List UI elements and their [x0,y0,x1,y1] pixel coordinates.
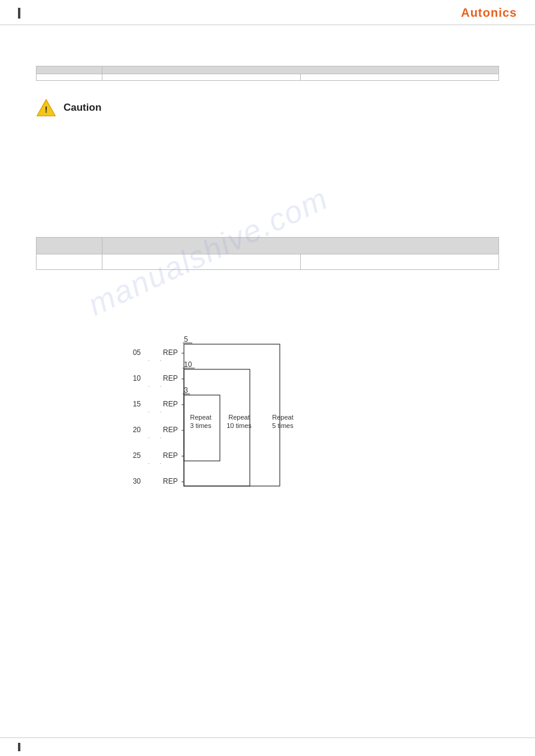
svg-text:10: 10 [184,360,192,369]
caution-title: Caution [64,102,101,114]
svg-text:·: · [160,435,161,441]
svg-text:·: · [148,409,149,415]
table2-row1-col1 [37,254,102,269]
caution-icon: ! [36,98,56,118]
svg-text:REP: REP [163,451,178,460]
svg-text:10 times: 10 times [226,422,252,429]
table2-col2-header [102,237,499,254]
svg-text:!: ! [44,105,47,115]
svg-text:20: 20 [132,426,141,434]
svg-text:·: · [160,409,161,415]
table2-row1-col2a [102,254,301,269]
svg-text:·: · [148,384,149,389]
page-footer [0,737,535,756]
table2-section [36,237,499,270]
brand-logo: Autonics [461,6,517,20]
caution-text1 [36,126,499,139]
svg-text:·: · [148,358,149,363]
svg-text:·: · [148,461,149,466]
svg-text:·: · [148,435,149,441]
svg-text:25: 25 [132,451,141,460]
table2-col1-header [37,237,102,254]
caution-section: ! Caution [36,98,499,224]
svg-text:Repeat: Repeat [272,414,293,421]
svg-text:REP: REP [163,374,178,382]
svg-text:Repeat: Repeat [228,414,249,421]
svg-text:5: 5 [184,335,188,344]
table1-row1-col2b [301,74,499,81]
header-bar-icon [18,8,20,19]
svg-text:·: · [160,461,161,466]
main-content: ! Caution [0,25,535,524]
svg-text:REP: REP [163,400,178,408]
table2 [36,237,499,270]
svg-text:3: 3 [184,386,188,394]
svg-text:10: 10 [132,374,141,382]
caution-text6 [36,210,499,223]
table1-row1-col2a [102,74,301,81]
table-row [37,74,499,81]
footer-bar-icon [18,743,20,751]
svg-text:15: 15 [132,400,141,408]
caution-text4 [36,177,499,190]
table1-section [36,66,499,81]
caution-header: ! Caution [36,98,499,118]
svg-text:REP: REP [163,477,178,485]
caution-text2 [36,143,499,156]
table-row [37,254,499,269]
svg-text:·: · [160,358,161,363]
table1 [36,66,499,81]
svg-text:3 times: 3 times [190,422,211,429]
svg-text:30: 30 [132,477,141,485]
page-header: Autonics [0,0,535,25]
svg-text:Repeat: Repeat [190,414,211,421]
caution-text3 [36,160,499,173]
table2-row1-col2b [301,254,499,269]
svg-text:05: 05 [132,348,141,357]
svg-text:REP: REP [163,426,178,434]
diagram-section: 05 REP · · 10 REP · · 15 REP · · 20 REP … [36,331,499,500]
svg-text:5 times: 5 times [272,422,294,429]
repeat-times-diagram: 05 REP · · 10 REP · · 15 REP · · 20 REP … [124,331,412,499]
svg-text:REP: REP [163,348,178,357]
svg-text:·: · [160,384,161,389]
table1-row1-col1 [37,74,102,81]
caution-text5 [36,193,499,207]
table1-col2-header [102,66,499,74]
table1-col1-header [37,66,102,74]
diagram-container: 05 REP · · 10 REP · · 15 REP · · 20 REP … [124,331,412,500]
